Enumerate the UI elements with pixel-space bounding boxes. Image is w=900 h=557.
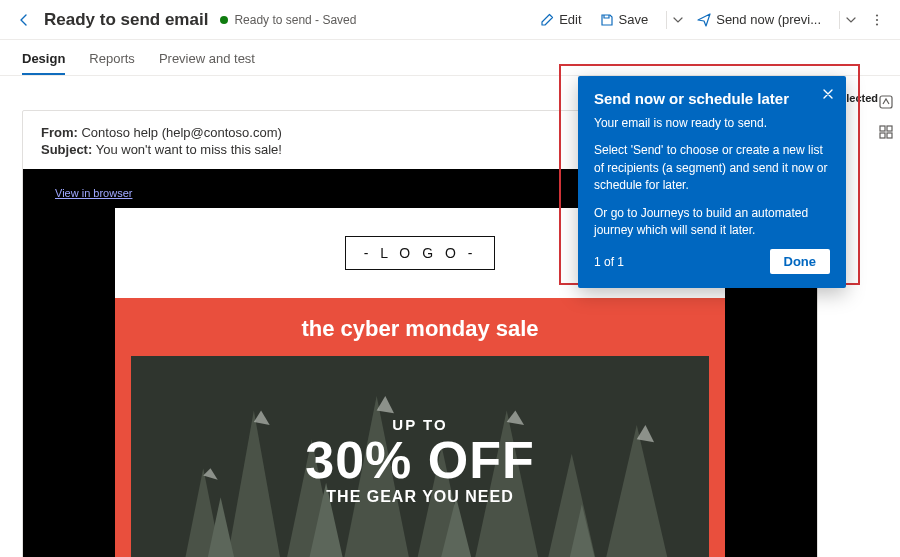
teaching-callout: Send now or schedule later Your email is…: [578, 76, 846, 288]
callout-step: 1 of 1: [594, 255, 624, 269]
send-label: Send now (previ...: [716, 12, 821, 27]
save-icon: [600, 13, 614, 27]
callout-p2: Select 'Send' to choose or create a new …: [594, 142, 830, 194]
callout-p1: Your email is now ready to send.: [594, 115, 830, 132]
back-button[interactable]: [10, 6, 38, 34]
callout-title: Send now or schedule later: [594, 90, 830, 107]
tabs: Design Reports Preview and test: [0, 40, 900, 76]
send-now-button[interactable]: Send now (previ...: [691, 8, 827, 31]
command-bar-actions: Edit Save Send now (previ...: [534, 7, 890, 33]
from-value: Contoso help (help@contoso.com): [81, 125, 281, 140]
sale-band: the cyber monday sale: [115, 298, 725, 557]
tab-design[interactable]: Design: [22, 51, 65, 74]
edit-button[interactable]: Edit: [534, 8, 587, 31]
hero-tagline: THE GEAR YOU NEED: [305, 488, 535, 506]
send-icon: [697, 13, 711, 27]
save-button[interactable]: Save: [594, 8, 655, 31]
divider-icon: [839, 11, 840, 29]
svg-point-0: [876, 14, 878, 16]
logo-placeholder: - L O G O -: [345, 236, 496, 270]
command-bar: Ready to send email Ready to send - Save…: [0, 0, 900, 40]
svg-point-2: [876, 23, 878, 25]
sale-title: the cyber monday sale: [131, 316, 709, 342]
svg-point-1: [876, 18, 878, 20]
hero-image: UP TO 30% OFF THE GEAR YOU NEED: [131, 356, 709, 557]
view-in-browser-link[interactable]: View in browser: [55, 187, 132, 199]
callout-p3: Or go to Journeys to build an automated …: [594, 205, 830, 240]
status-text: Ready to send - Saved: [234, 13, 356, 27]
callout-done-button[interactable]: Done: [770, 249, 831, 274]
edit-label: Edit: [559, 12, 581, 27]
hero-percent: 30% OFF: [305, 433, 535, 488]
save-split[interactable]: [660, 11, 685, 29]
chevron-down-icon: [673, 15, 683, 25]
close-icon: [822, 88, 834, 100]
divider-icon: [666, 11, 667, 29]
save-label: Save: [619, 12, 649, 27]
subject-label: Subject:: [41, 142, 92, 157]
callout-close-button[interactable]: [818, 84, 838, 104]
from-label: From:: [41, 125, 78, 140]
subject-value: You won't want to miss this sale!: [96, 142, 282, 157]
page-title: Ready to send email: [44, 10, 208, 30]
edit-icon: [540, 13, 554, 27]
more-vertical-icon: [870, 13, 884, 27]
overflow-button[interactable]: [864, 7, 890, 33]
status-dot-icon: [220, 16, 228, 24]
tab-preview[interactable]: Preview and test: [159, 51, 255, 74]
chevron-down-icon: [846, 15, 856, 25]
tab-reports[interactable]: Reports: [89, 51, 135, 74]
send-split[interactable]: [833, 11, 858, 29]
status-badge: Ready to send - Saved: [220, 13, 356, 27]
